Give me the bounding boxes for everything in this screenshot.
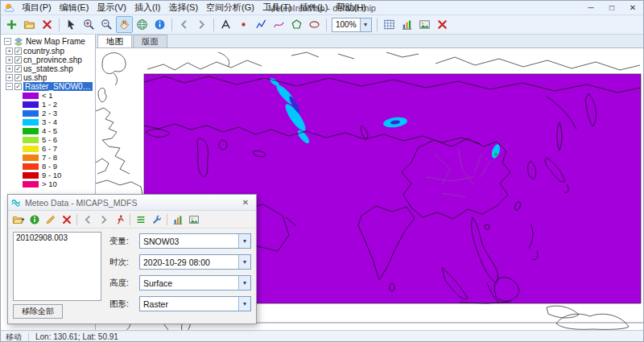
settings-button[interactable] <box>149 212 164 227</box>
pan-button[interactable] <box>116 16 133 33</box>
close-button[interactable]: ✕ <box>622 1 643 15</box>
layer-label: us_states.shp <box>23 64 73 73</box>
maximize-button[interactable]: □ <box>601 1 622 15</box>
zoom-level-value: 100% <box>332 20 360 29</box>
file-list-item[interactable]: 20102908.003 <box>14 233 101 243</box>
draw-polygon-button[interactable] <box>288 16 305 33</box>
layer-checkbox[interactable]: ✓ <box>14 83 22 90</box>
next-view-button[interactable] <box>193 16 210 33</box>
close-toolbar-button[interactable] <box>434 16 451 33</box>
open-file-button[interactable]: ▾ <box>10 212 26 227</box>
legend-label: 6 - 7 <box>42 144 57 153</box>
chevron-down-icon[interactable]: ▾ <box>238 255 250 269</box>
remove-button[interactable] <box>39 16 56 33</box>
legend-label: 5 - 6 <box>42 135 57 144</box>
menu-help[interactable]: 帮助(H) <box>332 2 369 14</box>
zoom-out-button[interactable] <box>98 16 115 33</box>
select-variable[interactable]: SNOW03▾ <box>139 233 251 249</box>
data-info-button[interactable] <box>27 212 42 227</box>
chevron-down-icon[interactable]: ▾ <box>360 19 371 31</box>
legend-item: 8 - 9 <box>1 162 95 171</box>
layer-item[interactable]: +✓us_states.shp <box>1 64 95 73</box>
remove-all-button[interactable]: 移除全部 <box>13 304 63 319</box>
tab-map[interactable]: 地图 <box>97 35 132 47</box>
remove-layer-button[interactable] <box>59 212 74 227</box>
data-list-button[interactable] <box>133 212 148 227</box>
menu-project[interactable]: 项目(P) <box>18 2 56 14</box>
menu-edit[interactable]: 编辑(E) <box>56 2 93 14</box>
menu-view[interactable]: 显示(V) <box>93 2 130 14</box>
layer-checkbox[interactable]: ✓ <box>14 56 22 64</box>
label-text-button[interactable] <box>217 16 234 33</box>
layer-label: country.shp <box>23 47 64 56</box>
zoom-in-button[interactable] <box>80 16 97 33</box>
file-listbox[interactable]: 20102908.003 <box>13 232 101 301</box>
chart-button[interactable] <box>398 16 415 33</box>
draw-layer-button[interactable] <box>43 212 58 227</box>
layer-label: Raster_SNOW03_Surfa <box>23 82 93 91</box>
select-value-plot-type: Raster <box>140 299 238 309</box>
select-time[interactable]: 2020-10-29 08:00▾ <box>139 254 251 270</box>
layer-checkbox[interactable]: ✓ <box>14 65 22 72</box>
plot-image-button[interactable] <box>186 212 201 227</box>
menu-tools[interactable]: 工具(T) <box>258 2 295 14</box>
zoom-level-combo[interactable]: 100%▾ <box>332 18 372 32</box>
full-extent-button[interactable] <box>134 16 151 33</box>
previous-time-button[interactable] <box>80 212 95 227</box>
animate-button[interactable] <box>112 212 127 227</box>
toolbar-separator <box>59 19 60 31</box>
dialog-close-icon[interactable]: ✕ <box>238 198 253 207</box>
dialog-title-bar[interactable]: Meteo Data - MICAPS_MDFS ✕ <box>8 195 256 211</box>
attribute-table-button[interactable] <box>381 16 398 33</box>
layer-item[interactable]: −✓Raster_SNOW03_Surfa <box>1 82 95 91</box>
draw-ellipse-button[interactable] <box>306 16 323 33</box>
legend-label: > 10 <box>42 179 57 188</box>
menu-insert[interactable]: 插入(I) <box>130 2 164 14</box>
menu-plugins[interactable]: 插件(L) <box>295 2 332 14</box>
layer-checkbox[interactable]: ✓ <box>14 74 22 81</box>
map-frame-node[interactable]: − New Map Frame <box>1 36 95 47</box>
layer-checkbox[interactable]: ✓ <box>14 47 22 55</box>
legend-label: 8 - 9 <box>42 162 57 171</box>
draw-polyline-button[interactable] <box>253 16 270 33</box>
legend-swatch <box>23 181 39 187</box>
draw-curve-button[interactable] <box>270 16 287 33</box>
toolbar-separator <box>326 19 327 31</box>
minimize-button[interactable]: ─ <box>580 1 601 15</box>
toolbar-separator <box>76 214 77 225</box>
next-time-button[interactable] <box>96 212 111 227</box>
expander-icon[interactable]: − <box>4 38 11 45</box>
select-button[interactable] <box>63 16 80 33</box>
view-tabs: 地图版面 <box>96 35 643 48</box>
layer-label: us.shp <box>23 73 47 82</box>
title-bar: 项目(P)编辑(E)显示(V)插入(I)选择(S)空间分析(G)工具(T)插件(… <box>1 1 643 15</box>
expander-icon[interactable]: + <box>6 47 13 55</box>
draw-point-button[interactable] <box>235 16 252 33</box>
select-level[interactable]: Surface▾ <box>139 275 251 290</box>
expander-icon[interactable]: + <box>6 65 13 72</box>
status-bar: 移动 Lon: 130.61; Lat: 50.91 <box>1 330 643 342</box>
chevron-down-icon[interactable]: ▾ <box>238 276 250 290</box>
chevron-down-icon[interactable]: ▾ <box>238 234 250 248</box>
field-label-level: 高度: <box>109 278 135 289</box>
image-export-button[interactable] <box>416 16 433 33</box>
open-project-button[interactable] <box>21 16 38 33</box>
expander-icon[interactable]: + <box>6 56 13 64</box>
expander-icon[interactable]: + <box>6 74 13 81</box>
layer-item[interactable]: +✓cn_province.shp <box>1 56 95 64</box>
new-project-button[interactable] <box>3 16 20 33</box>
plot-chart-button[interactable] <box>170 212 185 227</box>
layer-item[interactable]: +✓us.shp <box>1 73 95 82</box>
select-value-level: Surface <box>140 278 238 288</box>
layer-item[interactable]: +✓country.shp <box>1 47 95 56</box>
map-frame-label: New Map Frame <box>26 37 85 46</box>
select-plot-type[interactable]: Raster▾ <box>139 296 251 311</box>
menu-spatial-analysis[interactable]: 空间分析(G) <box>202 2 258 14</box>
legend-swatch <box>23 163 39 170</box>
identify-button[interactable] <box>151 16 168 33</box>
menu-selection[interactable]: 选择(S) <box>164 2 202 14</box>
tab-layout[interactable]: 版面 <box>133 35 167 47</box>
expander-icon[interactable]: − <box>6 83 13 90</box>
previous-view-button[interactable] <box>175 16 192 33</box>
chevron-down-icon[interactable]: ▾ <box>238 297 250 311</box>
